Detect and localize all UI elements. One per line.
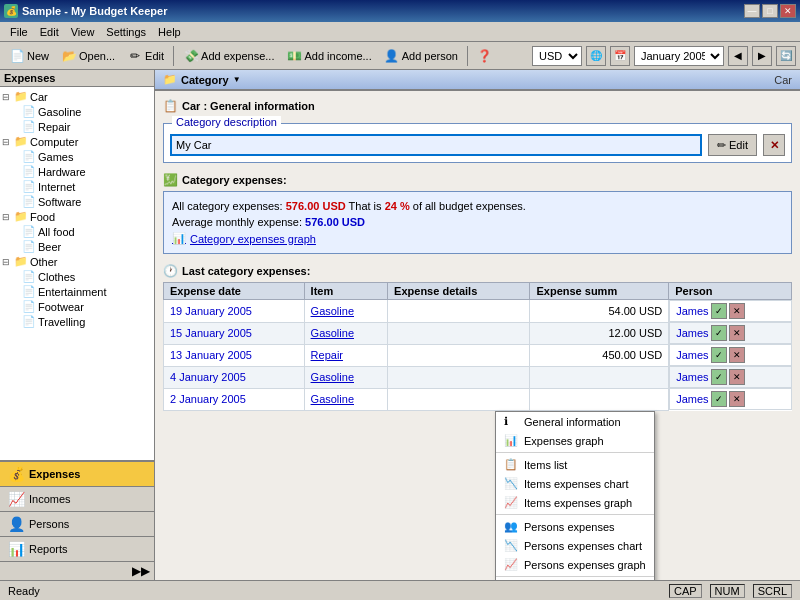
expenses-info-box: All category expenses: 576.00 USD That i…	[163, 191, 792, 254]
check-row-button[interactable]: ✓	[711, 303, 727, 319]
expand-computer-icon[interactable]: ⊟	[2, 137, 12, 147]
refresh-button[interactable]: 🔄	[776, 46, 796, 66]
tree-item-clothes[interactable]: 📄 Clothes	[22, 269, 152, 284]
tree-item-footwear[interactable]: 📄 Footwear	[22, 299, 152, 314]
maximize-button[interactable]: □	[762, 4, 778, 18]
ctx-item-icon: 📊	[504, 434, 520, 447]
edit-button[interactable]: ✏ Edit	[122, 45, 169, 67]
col-date: Expense date	[164, 283, 305, 300]
calendar-button[interactable]: 📅	[610, 46, 630, 66]
table-row[interactable]: 19 January 2005 Gasoline 54.00 USD James…	[164, 300, 792, 323]
new-button[interactable]: 📄 New	[4, 45, 54, 67]
graph-link[interactable]: 📊 Category expenses graph	[172, 232, 783, 245]
tree-item-internet[interactable]: 📄 Internet	[22, 179, 152, 194]
tree-item-repair[interactable]: 📄 Repair	[22, 119, 152, 134]
tree-item-beer[interactable]: 📄 Beer	[22, 239, 152, 254]
delete-category-button[interactable]: ✕	[763, 134, 785, 156]
menu-settings[interactable]: Settings	[100, 24, 152, 40]
menu-file[interactable]: File	[4, 24, 34, 40]
next-date-button[interactable]: ▶	[752, 46, 772, 66]
reports-nav-label: Reports	[29, 543, 68, 555]
edit-category-button[interactable]: ✏ Edit	[708, 134, 757, 156]
context-menu-item[interactable]: ℹ General information	[496, 412, 654, 431]
context-menu-item[interactable]: 📉 Items expenses chart	[496, 474, 654, 493]
ctx-item-label: Persons expenses	[524, 521, 615, 533]
menu-edit[interactable]: Edit	[34, 24, 65, 40]
left-panel-header: Expenses	[0, 70, 154, 87]
tree-area[interactable]: ⊟ 📁 Car 📄 Gasoline 📄 Repair ⊟ 📁 Computer	[0, 87, 154, 460]
tree-item-hardware[interactable]: 📄 Hardware	[22, 164, 152, 179]
cell-item[interactable]: Gasoline	[304, 388, 388, 410]
check-row-button[interactable]: ✓	[711, 369, 727, 385]
expand-food-icon[interactable]: ⊟	[2, 212, 12, 222]
delete-row-button[interactable]: ✕	[729, 391, 745, 407]
nav-persons[interactable]: 👤 Persons	[0, 512, 154, 537]
tree-item-allfood[interactable]: 📄 All food	[22, 224, 152, 239]
nav-expenses[interactable]: 💰 Expenses	[0, 462, 154, 487]
cell-amount: 54.00 USD	[530, 300, 669, 323]
check-row-button[interactable]: ✓	[711, 325, 727, 341]
close-button[interactable]: ✕	[780, 4, 796, 18]
cell-item[interactable]: Gasoline	[304, 322, 388, 344]
add-income-icon: 💵	[286, 48, 302, 64]
context-menu-item[interactable]: 📉 Persons expenses chart	[496, 536, 654, 555]
window-controls[interactable]: — □ ✕	[744, 4, 796, 18]
nav-reports[interactable]: 📊 Reports	[0, 537, 154, 562]
expand-nav-button[interactable]: ▶▶	[0, 562, 154, 580]
tree-item-car[interactable]: ⊟ 📁 Car	[2, 89, 152, 104]
table-row[interactable]: 15 January 2005 Gasoline 12.00 USD James…	[164, 322, 792, 344]
currency-select[interactable]: USD EUR	[532, 46, 582, 66]
delete-row-button[interactable]: ✕	[729, 369, 745, 385]
cell-item[interactable]: Repair	[304, 344, 388, 366]
check-row-button[interactable]: ✓	[711, 347, 727, 363]
help-button[interactable]: ❓	[472, 45, 498, 67]
table-row[interactable]: 4 January 2005 Gasoline James ✓ ✕	[164, 366, 792, 388]
tree-item-entertainment[interactable]: 📄 Entertainment	[22, 284, 152, 299]
globe-button[interactable]: 🌐	[586, 46, 606, 66]
cell-details	[388, 366, 530, 388]
table-row[interactable]: 2 January 2005 Gasoline James ✓ ✕	[164, 388, 792, 410]
repair-icon: 📄	[22, 120, 36, 133]
minimize-button[interactable]: —	[744, 4, 760, 18]
tree-item-food[interactable]: ⊟ 📁 Food	[2, 209, 152, 224]
prev-date-button[interactable]: ◀	[728, 46, 748, 66]
tree-item-travelling[interactable]: 📄 Travelling	[22, 314, 152, 329]
context-menu-item[interactable]: 👥 Persons expenses	[496, 517, 654, 536]
add-person-button[interactable]: 👤 Add person	[379, 45, 463, 67]
context-menu-item[interactable]: ➕ Add new item	[496, 579, 654, 580]
tree-item-other[interactable]: ⊟ 📁 Other	[2, 254, 152, 269]
nav-incomes[interactable]: 📈 Incomes	[0, 487, 154, 512]
computer-label: Computer	[30, 136, 78, 148]
table-row[interactable]: 13 January 2005 Repair 450.00 USD James …	[164, 344, 792, 366]
context-menu-item[interactable]: 📈 Persons expenses graph	[496, 555, 654, 574]
add-expense-label: Add expense...	[201, 50, 274, 62]
add-expense-button[interactable]: 💸 Add expense...	[178, 45, 279, 67]
category-desc-input[interactable]	[170, 134, 702, 156]
tree-item-games[interactable]: 📄 Games	[22, 149, 152, 164]
expand-car-icon[interactable]: ⊟	[2, 92, 12, 102]
context-menu-item[interactable]: 📈 Items expenses graph	[496, 493, 654, 512]
expenses-table: Expense date Item Expense details Expens…	[163, 282, 792, 411]
open-button[interactable]: 📂 Open...	[56, 45, 120, 67]
context-menu-item[interactable]: 📊 Expenses graph	[496, 431, 654, 450]
add-income-button[interactable]: 💵 Add income...	[281, 45, 376, 67]
context-menu-item[interactable]: 📋 Items list	[496, 455, 654, 474]
cell-item[interactable]: Gasoline	[304, 366, 388, 388]
expand-other-icon[interactable]: ⊟	[2, 257, 12, 267]
check-row-button[interactable]: ✓	[711, 391, 727, 407]
tree-item-software[interactable]: 📄 Software	[22, 194, 152, 209]
date-select[interactable]: January 2005	[634, 46, 724, 66]
gasoline-label: Gasoline	[38, 106, 81, 118]
food-folder-icon: 📁	[14, 210, 28, 223]
cell-item[interactable]: Gasoline	[304, 300, 388, 323]
menu-view[interactable]: View	[65, 24, 101, 40]
general-info-label: Car : General information	[182, 100, 315, 112]
travelling-icon: 📄	[22, 315, 36, 328]
tree-item-computer[interactable]: ⊟ 📁 Computer	[2, 134, 152, 149]
menu-help[interactable]: Help	[152, 24, 187, 40]
graph-link-label: Category expenses graph	[190, 233, 316, 245]
tree-item-gasoline[interactable]: 📄 Gasoline	[22, 104, 152, 119]
delete-row-button[interactable]: ✕	[729, 303, 745, 319]
delete-row-button[interactable]: ✕	[729, 347, 745, 363]
delete-row-button[interactable]: ✕	[729, 325, 745, 341]
